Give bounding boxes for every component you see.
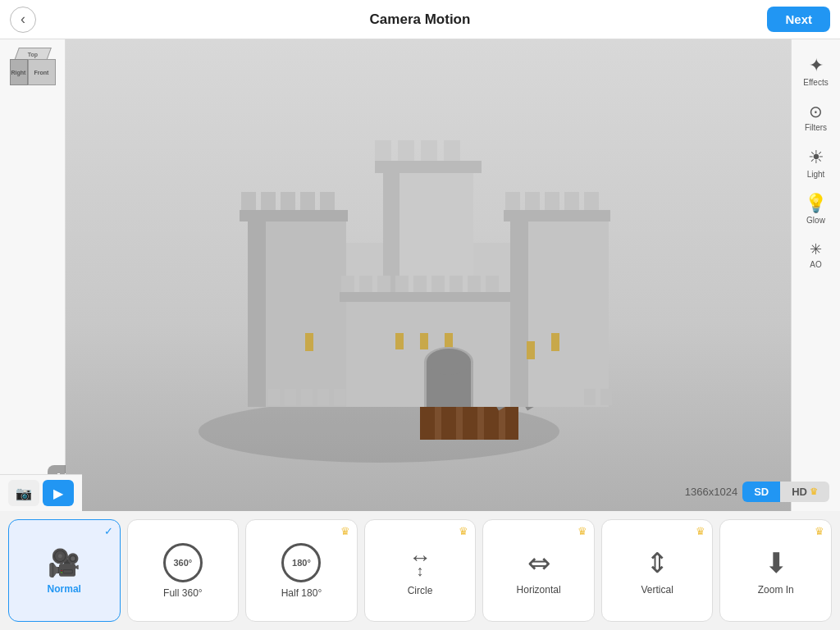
bridge-plank3 — [463, 403, 477, 440]
photo-button[interactable]: 📷 — [8, 480, 39, 506]
mw-merlon2 — [359, 276, 372, 294]
mw-merlon8 — [468, 276, 481, 294]
rt-merlon-base — [504, 210, 610, 221]
bridge-plank2 — [441, 403, 456, 440]
mw-merlon-base — [340, 292, 510, 302]
bridge-plank5 — [505, 403, 518, 440]
half180-label: Half 180° — [281, 587, 322, 599]
quality-buttons: SD HD ♛ — [742, 482, 829, 502]
fw-merlon3 — [301, 389, 313, 405]
bridge-plank1 — [420, 403, 435, 440]
cube-right-label: Right — [11, 70, 26, 75]
sidebar-item-filters[interactable]: ⊙ Filters — [795, 95, 838, 138]
filters-label: Filters — [805, 123, 827, 132]
glow-label: Glow — [806, 216, 825, 225]
horizontal-icon: ⇔ — [527, 546, 550, 579]
motion-horizontal[interactable]: ♛ ⇔ Horizontal — [482, 519, 595, 622]
motion-full360[interactable]: 360° Full 360° — [127, 519, 240, 622]
ao-icon: ✳ — [810, 240, 822, 258]
video-button[interactable]: ▶ — [43, 480, 74, 506]
resolution-section: 1366x1024 SD HD ♛ — [678, 478, 836, 505]
ct-merlon-row — [375, 161, 482, 173]
slit2 — [420, 333, 428, 349]
vertical-label: Vertical — [641, 584, 673, 596]
hd-button[interactable]: HD ♛ — [780, 482, 829, 502]
right-tower-shade — [510, 210, 528, 407]
mw-merlon4 — [395, 276, 409, 294]
light-icon: ☀ — [808, 147, 824, 168]
slit1 — [395, 333, 404, 349]
cube-front-label: Front — [34, 70, 49, 75]
mw-merlon1 — [341, 276, 354, 294]
vertical-crown-icon: ♛ — [696, 525, 705, 537]
cube-top-label: Top — [27, 52, 37, 57]
sidebar-item-light[interactable]: ☀ Light — [795, 141, 838, 184]
page-title: Camera Motion — [370, 11, 471, 28]
resolution-text: 1366x1024 — [685, 486, 737, 498]
fw-merlon4 — [317, 389, 329, 405]
full360-icon: 360° — [163, 543, 203, 582]
sd-button[interactable]: SD — [742, 482, 780, 502]
left-sidebar: Top Right Front ⛶ — [0, 39, 66, 511]
hd-crown-icon: ♛ — [810, 486, 818, 497]
motion-normal[interactable]: ✓ 🎥 Normal — [8, 519, 121, 622]
circle-icon: ↔ ↕ — [409, 545, 431, 580]
video-icon: ▶ — [53, 486, 63, 501]
mw-merlon3 — [377, 276, 390, 294]
fw-merlon6 — [584, 389, 596, 405]
camera-icon: 📷 — [16, 486, 32, 501]
mw-merlon9 — [486, 276, 499, 294]
gate-dark-arch — [427, 349, 471, 375]
fw-merlon1 — [268, 389, 280, 405]
normal-camera-icon: 🎥 — [48, 547, 80, 578]
capture-controls: 📷 ▶ — [0, 474, 82, 511]
motion-circle[interactable]: ♛ ↔ ↕ Circle — [364, 519, 477, 622]
back-button[interactable]: ‹ — [10, 7, 36, 33]
castle-svg — [141, 79, 715, 472]
mw-merlon6 — [431, 276, 445, 294]
bridge-plank4 — [484, 403, 499, 440]
zoomin-label: Zoom In — [758, 584, 794, 596]
fw-merlon5 — [334, 389, 345, 405]
fw-merlon2 — [285, 389, 296, 405]
zoomin-crown-icon: ♛ — [815, 525, 824, 537]
light-label: Light — [807, 170, 825, 179]
lt-merlon-base — [240, 210, 348, 221]
fw-merlon7 — [600, 389, 612, 405]
glow-icon: 💡 — [805, 193, 827, 214]
vertical-icon: ⇕ — [646, 546, 669, 579]
left-tower-shade — [248, 210, 266, 407]
filters-icon: ⊙ — [809, 102, 823, 121]
cube-navigator[interactable]: Top Right Front — [10, 48, 56, 94]
motion-half180[interactable]: ♛ 180° Half 180° — [245, 519, 358, 622]
sidebar-item-glow[interactable]: 💡 Glow — [795, 187, 838, 230]
circle-label: Circle — [408, 585, 433, 596]
sidebar-item-ao[interactable]: ✳ AO — [795, 233, 838, 276]
full360-label: Full 360° — [163, 587, 203, 599]
hd-label: HD — [792, 486, 807, 498]
normal-check-icon: ✓ — [104, 525, 113, 537]
right-sidebar: ✦ Effects ⊙ Filters ☀ Light 💡 Glow ✳ AO — [791, 39, 840, 511]
sidebar-item-effects[interactable]: ✦ Effects — [795, 49, 838, 92]
header: ‹ Camera Motion Next — [0, 0, 840, 39]
normal-label: Normal — [48, 583, 81, 595]
viewport — [66, 39, 791, 511]
next-button[interactable]: Next — [767, 7, 830, 32]
ao-label: AO — [810, 260, 821, 269]
half180-crown-icon: ♛ — [340, 525, 350, 537]
horizontal-crown-icon: ♛ — [578, 525, 587, 537]
motion-options: ✓ 🎥 Normal 360° Full 360° ♛ 180° Half 18… — [0, 511, 840, 630]
slit-right2 — [551, 333, 559, 351]
motion-vertical[interactable]: ♛ ⇕ Vertical — [601, 519, 714, 622]
slit-right1 — [527, 341, 535, 359]
effects-label: Effects — [803, 78, 828, 87]
castle-scene — [66, 39, 791, 511]
mw-merlon5 — [413, 276, 427, 294]
slit-left1 — [305, 333, 313, 351]
mw-merlon7 — [450, 276, 463, 294]
motion-zoomin[interactable]: ♛ ⬇ Zoom In — [719, 519, 832, 622]
horizontal-label: Horizontal — [517, 584, 561, 596]
zoomin-icon: ⬇ — [765, 546, 788, 579]
half180-icon: 180° — [281, 543, 321, 582]
circle-crown-icon: ♛ — [459, 525, 468, 537]
